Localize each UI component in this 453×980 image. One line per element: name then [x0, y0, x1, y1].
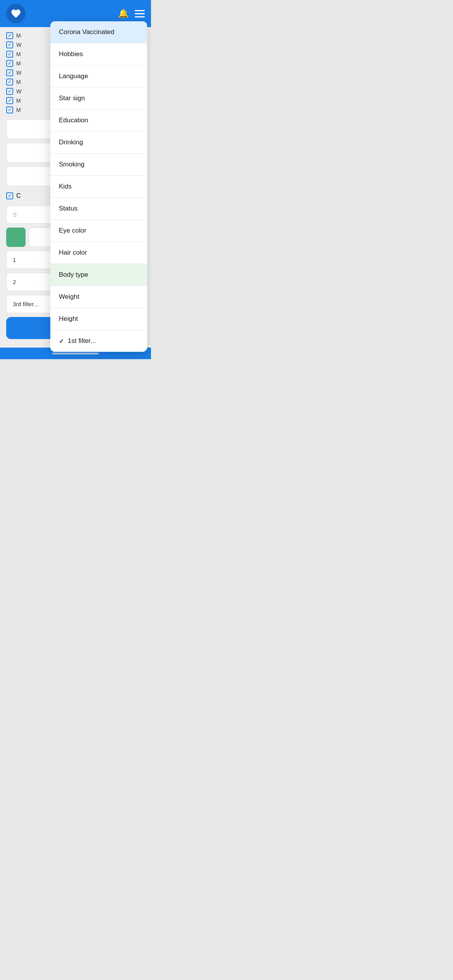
checkbox-5[interactable] — [6, 69, 13, 76]
check-label-3: M — [16, 51, 21, 57]
dropdown-item-language[interactable]: Language — [50, 65, 147, 87]
notification-icon[interactable]: 🔔 — [118, 9, 129, 19]
dropdown-item-status[interactable]: Status — [50, 198, 147, 220]
logo-button[interactable] — [6, 4, 26, 23]
home-indicator — [52, 353, 99, 355]
hamburger-menu[interactable] — [135, 10, 145, 17]
checkbox-3[interactable] — [6, 51, 13, 58]
checkbox-row-label: C — [16, 192, 21, 199]
dropdown-item-corona-vaccinated-label: Corona Vaccinated — [59, 28, 114, 36]
select-3rd-placeholder: 3rd filter... — [13, 301, 38, 307]
checkbox-7[interactable] — [6, 88, 13, 95]
dropdown-item-drinking[interactable]: Drinking — [50, 132, 147, 154]
dropdown-item-corona-vaccinated[interactable]: Corona Vaccinated — [50, 21, 147, 43]
dropdown-item-star-sign[interactable]: Star sign — [50, 87, 147, 110]
dropdown-item-kids-label: Kids — [59, 183, 72, 190]
heart-icon — [10, 8, 21, 19]
check-label-5: W — [16, 70, 21, 76]
check-label-6: M — [16, 79, 21, 85]
hamburger-line-2 — [135, 13, 145, 14]
checkbox-1[interactable] — [6, 32, 13, 39]
main-checkbox[interactable] — [6, 192, 13, 199]
checkbox-9[interactable] — [6, 106, 13, 113]
dropdown-item-weight[interactable]: Weight — [50, 286, 147, 308]
check-label-1: M — [16, 33, 21, 39]
dropdown-item-hobbies-label: Hobbies — [59, 50, 83, 58]
check-label-7: W — [16, 88, 21, 94]
dropdown-item-weight-label: Weight — [59, 293, 79, 301]
search-placeholder: S — [13, 211, 17, 218]
checkbox-8[interactable] — [6, 97, 13, 104]
dropdown-item-eye-color[interactable]: Eye color — [50, 220, 147, 242]
dropdown-item-eye-color-label: Eye color — [59, 227, 86, 235]
hamburger-line-3 — [135, 16, 145, 17]
dropdown-item-hair-color-label: Hair color — [59, 249, 87, 257]
dropdown-item-1st-filter[interactable]: ✓ 1st filter... — [50, 330, 147, 352]
hamburger-line-1 — [135, 10, 145, 11]
checkmark-icon: ✓ — [59, 338, 64, 345]
filter-dropdown-menu[interactable]: Corona Vaccinated Hobbies Language Star … — [50, 21, 147, 352]
select-2-value: 2 — [13, 279, 16, 285]
dropdown-item-1st-filter-label: 1st filter... — [68, 337, 96, 345]
check-label-8: M — [16, 98, 21, 104]
checkbox-4[interactable] — [6, 60, 13, 67]
check-label-4: M — [16, 60, 21, 67]
dropdown-item-body-type[interactable]: Body type — [50, 264, 147, 286]
dropdown-item-kids[interactable]: Kids — [50, 176, 147, 198]
checkbox-2[interactable] — [6, 41, 13, 48]
dropdown-item-education-label: Education — [59, 117, 88, 124]
dropdown-item-star-sign-label: Star sign — [59, 94, 85, 102]
dropdown-item-body-type-label: Body type — [59, 271, 88, 279]
dropdown-item-status-label: Status — [59, 205, 77, 212]
dropdown-item-language-label: Language — [59, 72, 88, 80]
dropdown-item-hair-color[interactable]: Hair color — [50, 242, 147, 264]
dropdown-item-hobbies[interactable]: Hobbies — [50, 43, 147, 65]
checkbox-6[interactable] — [6, 79, 13, 86]
dropdown-item-smoking-label: Smoking — [59, 161, 84, 168]
dropdown-item-smoking[interactable]: Smoking — [50, 154, 147, 176]
dropdown-item-education[interactable]: Education — [50, 110, 147, 132]
dropdown-item-height-label: Height — [59, 315, 78, 323]
slider-left-btn[interactable] — [6, 228, 26, 247]
header-right-group: 🔔 — [118, 9, 145, 19]
check-label-9: M — [16, 107, 21, 113]
dropdown-item-height[interactable]: Height — [50, 308, 147, 330]
select-1-value: 1 — [13, 257, 16, 263]
dropdown-item-drinking-label: Drinking — [59, 139, 83, 146]
check-label-2: W — [16, 42, 21, 48]
